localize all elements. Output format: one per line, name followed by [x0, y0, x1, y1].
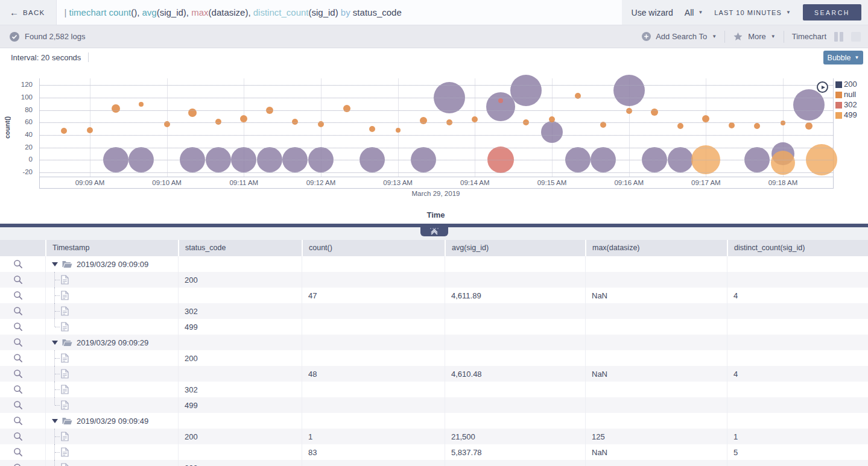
bubble-null[interactable] — [702, 115, 709, 122]
bubble-null[interactable] — [112, 104, 120, 113]
query-token: timechart — [69, 7, 107, 17]
search-log-icon[interactable] — [13, 353, 23, 363]
bubble-null[interactable] — [343, 105, 350, 112]
bubble-499[interactable] — [771, 151, 795, 175]
legend-item-302[interactable]: 302 — [835, 100, 857, 110]
time-range-dropdown[interactable]: LAST 10 MINUTES ▼ — [714, 9, 791, 16]
caret-down-icon[interactable] — [52, 341, 58, 345]
table-row[interactable]: 2019/03/29 09:09:49 — [0, 413, 868, 429]
bubble-null[interactable] — [139, 102, 144, 107]
search-log-icon[interactable] — [13, 369, 23, 379]
row-search-cell[interactable] — [0, 350, 45, 366]
search-log-icon[interactable] — [13, 463, 23, 466]
table-row[interactable]: 200 — [0, 350, 868, 366]
bubble-null[interactable] — [215, 119, 221, 125]
search-log-icon[interactable] — [13, 432, 23, 441]
table-row[interactable]: 200 — [0, 272, 868, 288]
row-search-cell[interactable] — [0, 382, 45, 397]
table-row[interactable]: 474,611.89NaN4 — [0, 288, 868, 303]
column-header[interactable]: distinct_count(sig_id) — [727, 240, 868, 256]
table-row[interactable]: 302 — [0, 460, 868, 466]
collapse-chart-handle[interactable] — [420, 227, 448, 236]
row-search-cell[interactable] — [0, 444, 45, 460]
row-search-cell[interactable] — [0, 272, 45, 288]
bubble-200[interactable] — [613, 75, 645, 106]
row-search-cell[interactable] — [0, 303, 45, 319]
gridline-dotted-overlay — [40, 122, 833, 123]
results-table: Timestampstatus_codecount()avg(sig_id)ma… — [0, 240, 868, 466]
table-row[interactable]: 2019/03/29 09:09:09 — [0, 256, 868, 272]
bubble-null[interactable] — [240, 115, 247, 122]
bubble-null[interactable] — [805, 122, 813, 130]
legend-item-null[interactable]: null — [835, 90, 857, 99]
row-search-cell[interactable] — [0, 335, 45, 350]
column-header[interactable]: count() — [302, 240, 445, 256]
search-log-icon[interactable] — [13, 338, 23, 347]
table-row[interactable]: 200121,5001251 — [0, 429, 868, 444]
search-log-icon[interactable] — [13, 416, 23, 426]
table-row[interactable]: 484,610.48NaN4 — [0, 366, 868, 382]
bubble-null[interactable] — [626, 108, 632, 114]
row-search-cell[interactable] — [0, 366, 45, 382]
caret-down-icon[interactable] — [52, 419, 58, 423]
add-search-to-button[interactable]: Add Search To ▼ — [642, 32, 717, 41]
row-search-cell[interactable] — [0, 288, 45, 303]
bubble-200[interactable] — [541, 121, 563, 143]
scope-dropdown[interactable]: All ▼ — [685, 8, 703, 17]
column-header[interactable]: avg(sig_id) — [445, 240, 585, 256]
table-row[interactable]: 835,837.78NaN5 — [0, 444, 868, 460]
caret-down-icon[interactable] — [52, 262, 58, 266]
chart-type-dropdown[interactable]: Bubble ▼ — [823, 51, 863, 65]
bubble-200[interactable] — [510, 75, 542, 106]
bubble-302[interactable] — [498, 98, 503, 103]
search-log-icon[interactable] — [13, 259, 23, 269]
bubble-200[interactable] — [793, 89, 825, 121]
row-search-cell[interactable] — [0, 256, 45, 272]
bubble-null[interactable] — [396, 128, 401, 133]
bubble-null[interactable] — [677, 123, 683, 129]
column-header[interactable]: Timestamp — [45, 240, 178, 256]
legend-item-499[interactable]: 499 — [835, 110, 857, 120]
column-header[interactable]: max(datasize) — [585, 240, 727, 256]
bubble-null[interactable] — [472, 116, 478, 122]
bubble-null[interactable] — [754, 123, 760, 129]
bubble-null[interactable] — [729, 122, 735, 128]
table-row[interactable]: 302 — [0, 303, 868, 319]
table-row[interactable]: 499 — [0, 397, 868, 413]
use-wizard-link[interactable]: Use wizard — [632, 8, 673, 17]
table-row[interactable]: 302 — [0, 382, 868, 397]
x-axis-tick-label: 09:13 AM — [374, 177, 422, 188]
search-button[interactable]: SEARCH — [803, 4, 861, 20]
search-log-icon[interactable] — [13, 447, 23, 457]
bubble-null[interactable] — [420, 117, 427, 124]
bubble-200[interactable] — [486, 92, 515, 121]
pause-bars-icon[interactable] — [834, 32, 843, 42]
search-log-icon[interactable] — [13, 400, 23, 410]
table-row[interactable]: 499 — [0, 319, 868, 335]
bubble-null[interactable] — [651, 109, 658, 116]
search-log-icon[interactable] — [13, 275, 23, 285]
row-search-cell[interactable] — [0, 319, 45, 335]
table-row[interactable]: 2019/03/29 09:09:29 — [0, 335, 868, 350]
search-log-icon[interactable] — [13, 322, 23, 332]
row-search-cell[interactable] — [0, 460, 45, 466]
search-log-icon[interactable] — [13, 291, 23, 300]
row-search-cell[interactable] — [0, 397, 45, 413]
legend-item-200[interactable]: 200 — [835, 80, 857, 89]
search-log-icon[interactable] — [13, 385, 23, 394]
bubble-null[interactable] — [87, 127, 93, 133]
back-button[interactable]: ← BACK — [0, 0, 56, 25]
row-search-cell[interactable] — [0, 429, 45, 444]
bubble-null[interactable] — [781, 121, 785, 125]
play-chart-icon[interactable] — [817, 81, 828, 93]
dotted-square-icon[interactable] — [851, 32, 861, 42]
column-header[interactable]: status_code — [178, 240, 302, 256]
bubble-null[interactable] — [369, 126, 375, 132]
bubble-null[interactable] — [61, 128, 67, 134]
more-menu-button[interactable]: More ▼ — [733, 32, 776, 42]
topbar-actions: Use wizard All ▼ LAST 10 MINUTES ▼ SEARC… — [622, 0, 868, 25]
bubble-null[interactable] — [292, 119, 298, 125]
query-input[interactable]: | timechart count(), avg(sig_id), max(da… — [56, 0, 622, 25]
search-log-icon[interactable] — [13, 306, 23, 316]
row-search-cell[interactable] — [0, 413, 45, 429]
